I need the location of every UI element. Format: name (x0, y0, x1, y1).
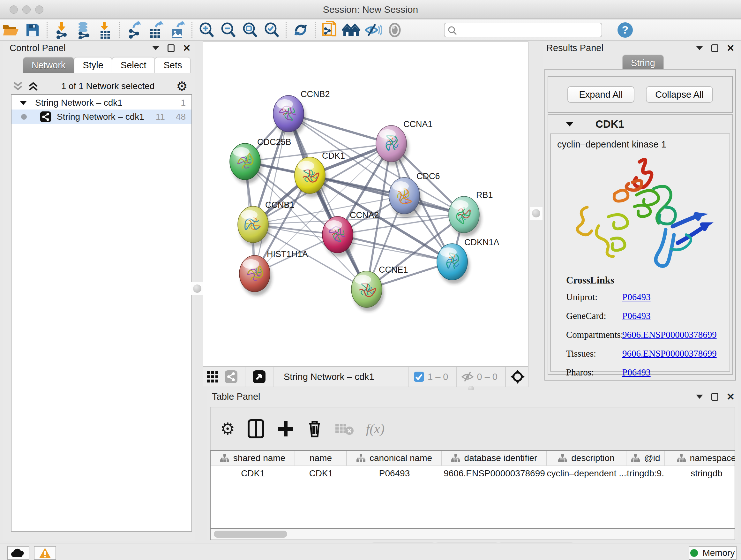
warnings-button[interactable] (34, 546, 56, 560)
table-options-gear-icon[interactable]: ⚙ (220, 421, 235, 437)
svg-text:?: ? (622, 23, 629, 36)
zoom-in-button[interactable] (196, 20, 217, 40)
network-collection-row[interactable]: String Network – cdk1 1 (11, 95, 192, 110)
import-table-from-file-button[interactable] (94, 20, 116, 40)
cloud-status-button[interactable] (7, 546, 29, 560)
crosslink-link[interactable]: P06493 (622, 311, 651, 321)
left-splitter-handle[interactable] (191, 282, 204, 295)
panel-menu-icon[interactable] (696, 46, 703, 50)
float-panel-icon[interactable] (711, 44, 718, 52)
apply-preferred-layout-button[interactable] (290, 20, 312, 40)
table-cell[interactable]: CDK1 (211, 466, 295, 481)
network-tree: String Network – cdk1 1 String Network –… (11, 94, 192, 532)
tab-network[interactable]: Network (23, 57, 74, 73)
clone-network-button[interactable] (319, 20, 340, 40)
node-label-CDC6: CDC6 (416, 172, 440, 181)
expand-all-button[interactable]: Expand All (567, 86, 634, 103)
node-label-CCNA1: CCNA1 (403, 119, 433, 129)
column-header-shared-name[interactable]: shared name (211, 451, 295, 465)
import-network-from-database-button[interactable] (72, 20, 94, 40)
column-header-@id[interactable]: @id (626, 451, 665, 465)
column-header-name[interactable]: name (295, 451, 347, 465)
network-canvas[interactable]: CCNB2CCNA1CDC25BCDK1CDC6RB1CCNB1CCNA2CDK… (203, 42, 529, 367)
zoom-fit-icon (242, 22, 258, 38)
zoom-selected-button[interactable] (261, 20, 282, 40)
show-hide-graphics-details-button[interactable] (362, 20, 384, 40)
node-HIST1H1A[interactable]: HIST1H1A (239, 249, 308, 296)
table-cell[interactable]: P06493 (347, 466, 442, 481)
node-table[interactable]: shared namenamecanonical namedatabase id… (210, 450, 735, 529)
save-floppy-icon (25, 23, 40, 37)
gene-section-header[interactable]: CDK1 (548, 115, 732, 133)
crosslink-link[interactable]: P06493 (622, 367, 651, 378)
node-CCNA1[interactable]: CCNA1 (376, 119, 433, 166)
column-header-namespace[interactable]: namespace (665, 451, 735, 465)
export-image-button[interactable] (166, 20, 188, 40)
grid-view-button[interactable] (203, 367, 222, 386)
node-CDC6[interactable]: CDC6 (389, 172, 440, 218)
birdseye-view-button[interactable] (250, 367, 268, 386)
collapse-all-button[interactable]: Collapse All (646, 86, 713, 103)
node-label-CDK1: CDK1 (322, 151, 345, 161)
results-panel: Results Panel ✕ String Expand All Collap… (542, 42, 738, 382)
node-CDC25B[interactable]: CDC25B (230, 137, 291, 184)
import-network-from-file-button[interactable] (51, 20, 72, 40)
export-network-button[interactable] (123, 20, 145, 40)
close-panel-icon[interactable]: ✕ (183, 44, 191, 53)
help-button[interactable]: ? (614, 20, 636, 40)
crosslink-link[interactable]: 9606.ENSP00000378699 (622, 329, 717, 340)
panel-menu-icon[interactable] (696, 395, 703, 399)
tab-sets[interactable]: Sets (155, 57, 191, 73)
node-CCNE1[interactable]: CCNE1 (351, 265, 408, 311)
table-cell[interactable]: cyclin–dependent ... (547, 466, 626, 481)
float-panel-icon[interactable] (711, 393, 718, 401)
float-panel-icon[interactable] (167, 44, 175, 52)
close-panel-icon[interactable]: ✕ (727, 44, 735, 53)
table-data-row[interactable]: CDK1CDK1P064939606.ENSP00000378699cyclin… (211, 466, 735, 481)
node-CDKN1A[interactable]: CDKN1A (437, 238, 499, 284)
crosslink-label: Pharos: (566, 367, 622, 378)
column-header-database-identifier[interactable]: database identifier (442, 451, 547, 465)
tab-style[interactable]: Style (74, 57, 112, 73)
crosslink-link[interactable]: P06493 (622, 292, 651, 302)
network-view-title: String Network – cdk1 (284, 372, 404, 382)
expand-all-icon[interactable] (27, 80, 40, 92)
collapse-all-icon[interactable] (11, 80, 24, 92)
column-header-description[interactable]: description (547, 451, 626, 465)
network-row[interactable]: String Network – cdk1 11 48 (11, 110, 192, 124)
node-CDK1[interactable]: CDK1 (294, 151, 345, 197)
delete-column-icon[interactable] (307, 419, 323, 438)
export-table-button[interactable] (145, 20, 166, 40)
tab-select[interactable]: Select (112, 57, 155, 73)
table-cell[interactable]: stringdb (665, 466, 735, 481)
panel-menu-icon[interactable] (152, 46, 159, 50)
search-input[interactable] (444, 23, 602, 37)
column-header-canonical-name[interactable]: canonical name (347, 451, 442, 465)
show-starter-panel-button[interactable] (340, 20, 362, 40)
hidden-eye-icon[interactable] (461, 371, 474, 382)
memory-button[interactable]: Memory (689, 546, 737, 560)
zoom-out-button[interactable] (217, 20, 239, 40)
open-session-button[interactable] (0, 20, 22, 40)
node-RB1[interactable]: RB1 (449, 190, 493, 237)
network-view-mode-button[interactable] (222, 367, 240, 386)
add-column-icon[interactable] (277, 420, 294, 438)
navigate-crosshair-icon[interactable] (510, 369, 525, 384)
collection-expand-icon[interactable] (20, 101, 27, 105)
tab-string[interactable]: String (622, 55, 664, 71)
crosslink-link[interactable]: 9606.ENSP00000378699 (622, 348, 717, 359)
table-cell[interactable]: stringdb:9... (626, 466, 665, 481)
node-CCNB2[interactable]: CCNB2 (273, 89, 330, 136)
show-columns-icon[interactable] (247, 419, 265, 439)
selected-checkbox-icon[interactable] (414, 371, 424, 382)
save-session-button[interactable] (22, 20, 44, 40)
table-cell[interactable]: 9606.ENSP00000378699 (442, 466, 547, 481)
gene-collapse-icon[interactable] (566, 122, 573, 126)
highlight-neighbors-button[interactable] (384, 20, 406, 40)
network-options-gear-icon[interactable]: ⚙ (176, 80, 188, 92)
edge-CDK1-RB1[interactable] (310, 175, 464, 214)
right-splitter-handle[interactable] (530, 207, 542, 220)
close-panel-icon[interactable]: ✕ (727, 392, 735, 401)
table-cell[interactable]: CDK1 (295, 466, 347, 481)
zoom-fit-content-button[interactable] (239, 20, 261, 40)
